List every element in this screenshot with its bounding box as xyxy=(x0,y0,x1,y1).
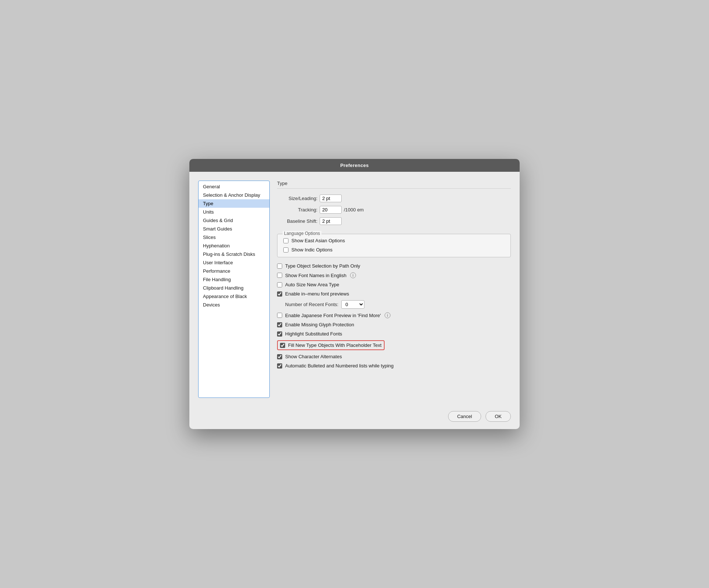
tracking-label: Tracking: xyxy=(277,207,317,213)
number-recent-fonts-label: Number of Recent Fonts: xyxy=(285,302,338,307)
sidebar-item-type[interactable]: Type xyxy=(199,199,269,208)
baseline-shift-input[interactable] xyxy=(320,217,342,225)
sidebar-item-guides-grid[interactable]: Guides & Grid xyxy=(199,216,269,225)
show-font-names-english-checkbox[interactable] xyxy=(277,273,282,278)
show-indic-checkbox[interactable] xyxy=(283,247,288,253)
baseline-shift-row: Baseline Shift: xyxy=(277,217,511,225)
highlight-substituted-fonts-checkbox[interactable] xyxy=(277,331,282,337)
dialog-title: Preferences xyxy=(340,163,369,168)
enable-inmenu-font-previews-checkbox[interactable] xyxy=(277,291,282,297)
sidebar-item-hyphenation[interactable]: Hyphenation xyxy=(199,242,269,250)
language-group-label: Language Options xyxy=(283,231,321,236)
enable-inmenu-font-previews-label: Enable in–menu font previews xyxy=(285,291,349,297)
enable-japanese-font-preview-checkbox[interactable] xyxy=(277,313,282,318)
automatic-bulleted-numbered-row: Automatic Bulleted and Numbered lists wh… xyxy=(277,363,511,369)
size-leading-input[interactable] xyxy=(320,195,342,202)
highlight-substituted-fonts-label: Highlight Substituted Fonts xyxy=(285,331,342,337)
type-object-selection-row: Type Object Selection by Path Only xyxy=(277,263,511,269)
fill-new-type-objects-highlighted: Fill New Type Objects With Placeholder T… xyxy=(277,340,385,350)
cancel-button[interactable]: Cancel xyxy=(448,411,481,422)
show-indic-row: Show Indic Options xyxy=(283,247,505,253)
enable-japanese-font-preview-label: Enable Japanese Font Preview in 'Find Mo… xyxy=(285,313,381,318)
sidebar-item-plugins-scratch-disks[interactable]: Plug-ins & Scratch Disks xyxy=(199,250,269,258)
japanese-font-info-icon: i xyxy=(385,312,390,318)
show-character-alternates-checkbox[interactable] xyxy=(277,354,282,359)
sidebar-item-general[interactable]: General xyxy=(199,182,269,191)
content-panel: Type Size/Leading: Tracking: /1000 em Ba… xyxy=(277,181,511,398)
enable-missing-glyph-checkbox[interactable] xyxy=(277,322,282,327)
show-east-asian-label: Show East Asian Options xyxy=(291,238,345,243)
show-font-names-english-label: Show Font Names in English xyxy=(285,273,346,278)
show-character-alternates-row: Show Character Alternates xyxy=(277,354,511,359)
sidebar-item-performance[interactable]: Performance xyxy=(199,267,269,275)
sidebar-item-selection-anchor-display[interactable]: Selection & Anchor Display xyxy=(199,191,269,199)
highlight-substituted-fonts-row: Highlight Substituted Fonts xyxy=(277,331,511,337)
baseline-shift-label: Baseline Shift: xyxy=(277,218,317,224)
sidebar-item-devices[interactable]: Devices xyxy=(199,301,269,309)
sidebar-item-clipboard-handling[interactable]: Clipboard Handling xyxy=(199,284,269,292)
size-leading-row: Size/Leading: xyxy=(277,195,511,202)
sidebar: GeneralSelection & Anchor DisplayTypeUni… xyxy=(198,181,270,398)
sidebar-item-user-interface[interactable]: User Interface xyxy=(199,258,269,267)
sidebar-item-file-handling[interactable]: File Handling xyxy=(199,275,269,284)
show-east-asian-checkbox[interactable] xyxy=(283,238,288,243)
number-recent-fonts-select[interactable]: 0 5 10 15 20 xyxy=(341,300,364,309)
enable-inmenu-font-previews-row: Enable in–menu font previews xyxy=(277,291,511,297)
tracking-input[interactable] xyxy=(320,206,342,214)
tracking-row: Tracking: /1000 em xyxy=(277,206,511,214)
show-font-names-english-row: Show Font Names in English i xyxy=(277,272,511,278)
dialog-footer: Cancel OK xyxy=(189,407,520,429)
sidebar-item-appearance-of-black[interactable]: Appearance of Black xyxy=(199,292,269,301)
fill-new-type-objects-checkbox[interactable] xyxy=(280,343,285,348)
auto-size-area-type-row: Auto Size New Area Type xyxy=(277,282,511,287)
sidebar-item-slices[interactable]: Slices xyxy=(199,233,269,242)
enable-japanese-font-preview-row: Enable Japanese Font Preview in 'Find Mo… xyxy=(277,312,511,318)
tracking-suffix: /1000 em xyxy=(344,207,364,213)
ok-button[interactable]: OK xyxy=(486,411,511,422)
type-object-selection-checkbox[interactable] xyxy=(277,264,282,269)
title-bar: Preferences xyxy=(189,159,520,172)
sidebar-item-smart-guides[interactable]: Smart Guides xyxy=(199,225,269,233)
type-object-selection-label: Type Object Selection by Path Only xyxy=(285,263,360,269)
number-recent-fonts-row: Number of Recent Fonts: 0 5 10 15 20 xyxy=(277,300,511,309)
dialog-body: GeneralSelection & Anchor DisplayTypeUni… xyxy=(189,172,520,407)
show-character-alternates-label: Show Character Alternates xyxy=(285,354,342,359)
fill-new-type-objects-label: Fill New Type Objects With Placeholder T… xyxy=(288,342,382,348)
preferences-dialog: Preferences GeneralSelection & Anchor Di… xyxy=(189,159,520,429)
auto-size-area-type-checkbox[interactable] xyxy=(277,282,282,287)
section-title: Type xyxy=(277,181,511,189)
enable-missing-glyph-label: Enable Missing Glyph Protection xyxy=(285,322,354,327)
show-east-asian-row: Show East Asian Options xyxy=(283,238,505,243)
automatic-bulleted-numbered-checkbox[interactable] xyxy=(277,363,282,369)
fill-new-type-objects-row: Fill New Type Objects With Placeholder T… xyxy=(277,340,511,350)
auto-size-area-type-label: Auto Size New Area Type xyxy=(285,282,339,287)
language-options-group: Language Options Show East Asian Options… xyxy=(277,234,511,257)
automatic-bulleted-numbered-label: Automatic Bulleted and Numbered lists wh… xyxy=(285,363,394,369)
enable-missing-glyph-row: Enable Missing Glyph Protection xyxy=(277,322,511,327)
show-indic-label: Show Indic Options xyxy=(291,247,332,253)
show-font-names-info-icon: i xyxy=(350,272,356,278)
size-leading-label: Size/Leading: xyxy=(277,196,317,201)
sidebar-item-units[interactable]: Units xyxy=(199,208,269,216)
